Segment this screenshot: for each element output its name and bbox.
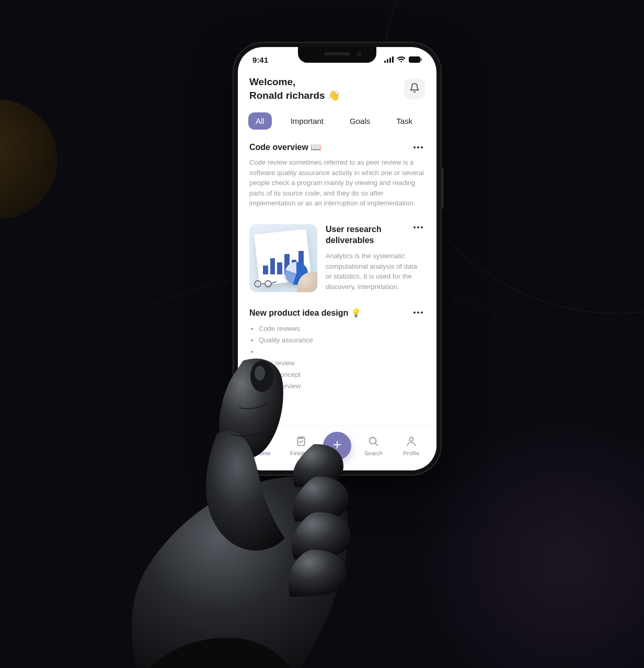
svg-rect-3 <box>392 56 394 63</box>
home-icon <box>257 435 269 448</box>
wifi-icon <box>397 56 406 63</box>
bell-icon <box>409 83 420 95</box>
svg-point-8 <box>265 281 271 287</box>
list-item: Code reviews <box>259 323 425 335</box>
search-icon <box>367 435 379 448</box>
note-body: Code review sometimes referred to as pee… <box>249 157 425 209</box>
svg-rect-2 <box>389 58 391 63</box>
cellular-icon <box>384 56 394 63</box>
welcome-line-1: Welcome, <box>249 75 340 89</box>
note-card[interactable]: Code overview 📖 Code review sometimes re… <box>249 142 425 209</box>
tab-product[interactable]: Product <box>431 112 436 130</box>
note-more-button[interactable] <box>411 309 425 316</box>
svg-rect-5 <box>410 57 419 62</box>
notifications-button[interactable] <box>404 78 425 99</box>
note-more-button[interactable] <box>411 144 425 151</box>
note-title: Code overview 📖 <box>249 142 321 152</box>
list-item: Peer review <box>259 358 425 369</box>
profile-icon <box>406 435 417 448</box>
nav-label: Profile <box>403 450 419 456</box>
status-time: 9:41 <box>252 55 268 64</box>
list-item: Quality assurance <box>259 335 425 346</box>
welcome-line-2: Ronald richards 👋 <box>249 89 340 102</box>
note-thumbnail <box>249 224 317 292</box>
svg-rect-6 <box>421 59 422 61</box>
nav-label: Home <box>256 450 271 456</box>
category-tabs: All Important Goals Task Product <box>238 109 436 135</box>
note-body: Analytics is the systematic computationa… <box>326 251 425 292</box>
phone-frame: 9:41 Welcome, Ronald richards 👋 <box>233 42 442 476</box>
svg-rect-0 <box>384 61 386 63</box>
note-more-button[interactable] <box>411 224 425 231</box>
header: Welcome, Ronald richards 👋 <box>238 72 436 109</box>
bottom-nav: Home Finished Search <box>238 425 436 470</box>
svg-point-7 <box>255 281 261 287</box>
note-card[interactable]: New product idea design 💡 Code reviews Q… <box>249 308 425 393</box>
tab-goals[interactable]: Goals <box>342 112 377 130</box>
nav-profile[interactable]: Profile <box>396 435 427 456</box>
background-glow <box>409 407 644 668</box>
status-indicators <box>384 56 422 63</box>
clipboard-check-icon <box>295 435 307 448</box>
note-card[interactable]: User research deliverables Analytics is … <box>249 224 425 292</box>
phone-screen: 9:41 Welcome, Ronald richards 👋 <box>238 47 436 470</box>
svg-point-16 <box>409 437 413 441</box>
note-list: Code overview 📖 Code review sometimes re… <box>238 135 436 470</box>
nav-home[interactable]: Home <box>247 435 279 456</box>
svg-line-10 <box>271 282 277 283</box>
list-item: Code concept <box>259 369 425 381</box>
nav-finished[interactable]: Finished <box>285 435 317 456</box>
background-circle <box>0 99 58 220</box>
tab-task[interactable]: Task <box>389 112 420 130</box>
nav-label: Finished <box>290 450 312 456</box>
welcome-text: Welcome, Ronald richards 👋 <box>249 75 340 102</box>
list-item: Idea overview <box>259 381 425 392</box>
svg-line-15 <box>375 443 377 445</box>
battery-icon <box>409 56 422 63</box>
nav-label: Search <box>364 450 383 456</box>
nav-search[interactable]: Search <box>358 435 389 456</box>
tab-important[interactable]: Important <box>283 112 331 130</box>
plus-icon <box>331 439 343 453</box>
add-note-button[interactable] <box>323 432 351 460</box>
list-item <box>259 346 425 358</box>
note-title: New product idea design 💡 <box>249 308 361 318</box>
phone-notch <box>298 47 376 63</box>
note-bullet-list: Code reviews Quality assurance Peer revi… <box>249 323 425 393</box>
tab-all[interactable]: All <box>248 112 272 130</box>
note-title: User research deliverables <box>326 224 411 246</box>
svg-rect-1 <box>387 59 388 63</box>
